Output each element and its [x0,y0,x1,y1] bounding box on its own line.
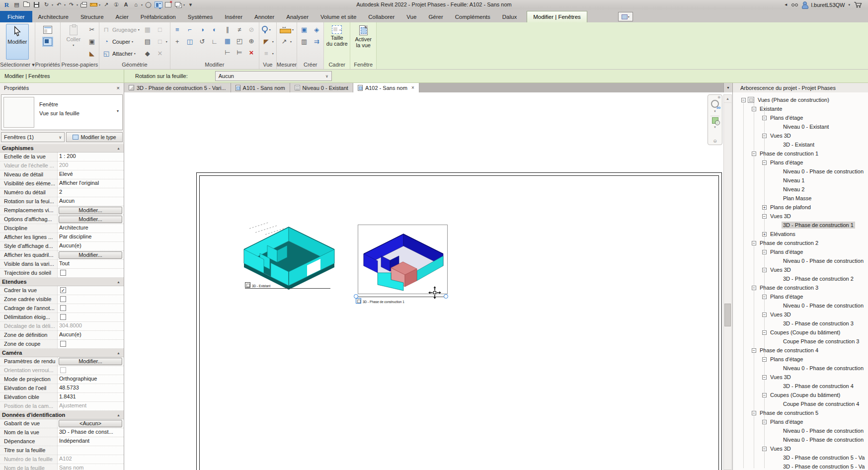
ribbon-tab-compl-ments[interactable]: Compléments [449,11,496,22]
tool-dup-views[interactable]: ▥ [299,36,310,47]
tree-item-niveau-0-phase-de-construction[interactable]: Niveau 0 - Phase de construction [733,167,868,176]
tree-item-plans-d-tage[interactable]: −Plans d'étage [733,158,868,167]
collapse-icon[interactable]: − [762,250,767,254]
tool-move[interactable]: + [172,36,183,47]
property-checkbox[interactable] [60,314,66,320]
search-icon[interactable] [791,3,798,6]
collapse-icon[interactable]: − [762,375,767,380]
ribbon-tab-pr-fabrication[interactable]: Préfabrication [135,11,182,22]
tree-item-3d-existant[interactable]: 3D - Existant [733,140,868,149]
tool-match[interactable]: ◣ [86,48,97,59]
property-section-donn-es-d-identification[interactable]: Données d'identification▲ [0,411,124,419]
steering-wheel-2d-icon[interactable] [711,100,719,108]
collapse-icon[interactable]: − [762,447,767,451]
view-tab-3d-phase-de-construction-5-vari[interactable]: 3D - Phase de construction 5 - Vari... [124,83,231,92]
view-tab-a101-sans-nom[interactable]: A101 - Sans nom [231,83,290,92]
collapse-icon[interactable]: − [741,98,746,102]
qat-redo[interactable]: ↷ [67,1,76,9]
property-checkbox[interactable] [60,296,66,302]
qat-project-properties[interactable]: ▤ [12,1,21,9]
canvas-vertical-scrollbar[interactable]: ▲ [723,94,732,470]
property-value[interactable]: Tout [58,260,124,268]
tool-beamjoin[interactable]: ▤ [142,36,153,47]
close-icon[interactable]: ⊗ [717,95,722,99]
tree-item-phase-de-construction-3[interactable]: −Phase de construction 3 [733,283,868,292]
collapse-icon[interactable]: ⊖ [713,139,717,144]
ribbon-tab-g-rer[interactable]: Gérer [422,11,449,22]
tree-item-3d-phase-de-construction-3[interactable]: 3D - Phase de construction 3 [733,319,868,328]
tool-group[interactable]: ▣ [299,24,310,35]
tree-item-niveau-0-existant[interactable]: Niveau 0 - Existant [733,122,868,131]
tree-item-vues-3d[interactable]: −Vues 3D [733,212,868,221]
tree-item-phase-de-construction-4[interactable]: −Phase de construction 4 [733,346,868,355]
qat-user-interface-windows[interactable] [154,1,162,9]
viewport-title-existant[interactable]: 3D - Existant [245,282,330,289]
viewport-3d-phase1-model[interactable] [361,227,445,292]
collapse-arrow-icon[interactable]: ◄ [784,2,788,7]
tool-split-gap[interactable]: ≠ [234,24,245,35]
tree-item-coupe-phase-de-construction-4[interactable]: Coupe Phase de construction 4 [733,399,868,408]
collapse-icon[interactable]: − [762,214,767,219]
tree-item-niveau-1[interactable]: Niveau 1 [733,176,868,185]
qat-print[interactable] [79,1,88,9]
tool-copy[interactable]: ▣ [86,36,97,47]
qat-default-3d-view[interactable]: ⌂ [132,1,140,9]
ribbon-tab-vue[interactable]: Vue [400,11,422,22]
property-value[interactable]: Aucun(e) [58,242,124,250]
qat-measure-ruler[interactable] [89,1,98,9]
tool-mirror-pick[interactable]: ◑ [197,24,208,35]
property-value[interactable]: Aucun [58,197,124,206]
property-value[interactable]: Modifier... [58,206,124,215]
expand-icon[interactable]: + [762,232,767,236]
collapse-icon[interactable]: − [752,286,756,290]
tree-item-vues-3d[interactable]: −Vues 3D [733,310,868,319]
tool-split[interactable]: ∥ [222,24,234,35]
tree-item-vues-3d[interactable]: −Vues 3D [733,131,868,140]
ribbon-tab-volume-et-site[interactable]: Volume et site [315,11,362,22]
tree-item-plans-d-tage[interactable]: −Plans d'étage [733,247,868,256]
tree-item-phase-de-construction-5[interactable]: −Phase de construction 5 [733,408,868,417]
rotation-on-sheet-select[interactable]: Aucun ∨ [215,71,332,81]
ribbon-tab-ins-rer[interactable]: Insérer [219,11,248,22]
tool-type-props[interactable] [42,36,53,47]
tool-pin[interactable]: ⊕ [245,35,257,47]
property-value[interactable]: ✓ [58,286,124,295]
property-checkbox[interactable] [60,305,66,311]
property-checkbox[interactable] [60,341,66,347]
collapse-icon[interactable]: − [762,134,767,138]
qat-aligned-dimension[interactable]: ↗ [102,1,110,9]
tree-item-plans-d-tage[interactable]: −Plans d'étage [733,113,868,122]
tree-item-plans-de-plafond[interactable]: +Plans de plafond [733,203,868,212]
tree-item-plans-d-tage[interactable]: −Plans d'étage [733,355,868,364]
close-icon[interactable]: × [411,85,414,90]
chevron-down-icon[interactable]: ▼ [713,126,716,129]
collapse-icon[interactable]: − [752,107,756,111]
qat-sync[interactable]: ↻ [42,1,51,9]
user-menu-chevron-icon[interactable]: ▾ [848,3,850,7]
tree-item-vues-phase-de-construction[interactable]: −Vues (Phase de construction) [733,95,868,104]
property-checkbox[interactable] [60,270,66,276]
collapse-icon[interactable]: − [762,393,767,397]
property-value[interactable]: 1.8431 [58,393,124,401]
property-value[interactable]: 1 : 200 [58,153,124,161]
tree-item-niveau-2[interactable]: Niveau 2 [733,185,868,194]
ribbon-tab-acier[interactable]: Acier [110,11,135,22]
tool-cut[interactable]: ✂ [86,24,97,35]
scrollbar-thumb[interactable] [724,304,731,326]
tree-item-coupes-coupe-du-b-timent[interactable]: −Coupes (Coupe du bâtiment) [733,391,868,399]
property-section-etendues[interactable]: Etendues▲ [0,278,124,286]
zoom-region-icon[interactable] [712,117,718,124]
tool-mirror-draw[interactable]: ◐ [209,24,220,35]
tool-copy2[interactable]: ◫ [184,36,195,47]
property-value[interactable]: Orthographique [58,375,124,384]
property-value[interactable]: Par discipline [58,233,124,241]
ribbon-tab-structure[interactable]: Structure [75,11,110,22]
property-value[interactable] [58,295,124,304]
view-list-chevron-icon[interactable]: ▼ [723,83,732,92]
collapse-icon[interactable]: − [762,313,767,317]
property-section-cam-ra[interactable]: Caméra▲ [0,349,124,357]
property-value[interactable]: 2 [58,188,124,197]
tool-trim-ext[interactable]: ⊢ [222,47,234,58]
property-value[interactable]: Aucun(e) [58,331,124,339]
property-button[interactable]: Modifier... [59,216,122,223]
